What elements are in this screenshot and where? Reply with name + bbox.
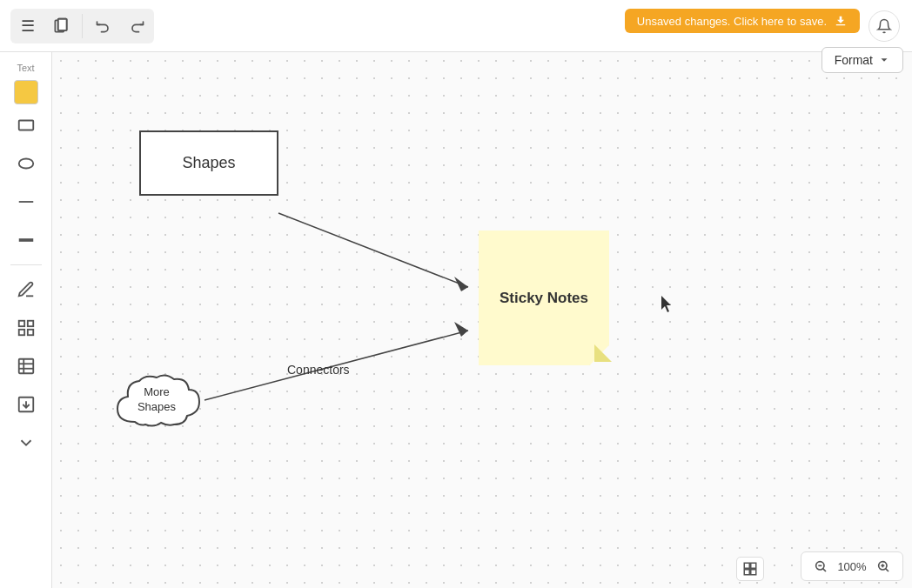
sticky-note-corner: [594, 344, 612, 362]
ellipse-tool[interactable]: [9, 146, 44, 181]
unsaved-changes-banner[interactable]: Unsaved changes. Click here to save.: [625, 9, 860, 33]
import-tool[interactable]: [9, 387, 44, 422]
svg-rect-10: [18, 330, 23, 335]
thick-line-tool[interactable]: [9, 223, 44, 257]
redo-button[interactable]: [121, 10, 152, 42]
rectangle-tool[interactable]: [9, 108, 44, 143]
color-swatch[interactable]: [14, 80, 38, 104]
zoom-in-icon: [876, 559, 890, 573]
zoom-out-icon: [814, 559, 828, 573]
svg-line-28: [822, 568, 826, 571]
bell-icon: [876, 18, 892, 34]
table-tool[interactable]: [9, 349, 44, 384]
zoom-controls: 100%: [801, 551, 903, 581]
more-tools-button[interactable]: [9, 425, 44, 460]
svg-line-18: [278, 213, 468, 287]
svg-point-5: [18, 159, 33, 169]
svg-marker-19: [454, 277, 468, 291]
sidebar-divider-1: [10, 264, 42, 265]
svg-rect-12: [18, 359, 33, 374]
zoom-in-button[interactable]: [873, 556, 894, 577]
pages-button[interactable]: [45, 10, 77, 42]
more-shapes-label: MoreShapes: [137, 385, 176, 415]
svg-marker-21: [454, 322, 468, 337]
toolbar-main-group: ☰: [10, 9, 154, 43]
format-button[interactable]: Format: [821, 47, 903, 73]
svg-rect-23: [744, 563, 749, 568]
sidebar: Text: [0, 52, 52, 588]
shapes-library-tool[interactable]: [9, 311, 44, 345]
save-icon: [834, 14, 848, 28]
svg-rect-25: [744, 570, 749, 575]
toolbar-divider-1: [82, 14, 83, 38]
zoom-out-button[interactable]: [810, 556, 831, 577]
shapes-label: Shapes: [182, 154, 235, 172]
unsaved-text: Unsaved changes. Click here to save.: [637, 15, 827, 28]
svg-rect-26: [751, 570, 756, 575]
map-icon: [742, 561, 758, 577]
undo-button[interactable]: [88, 10, 119, 42]
sticky-note-label: Sticky Notes: [500, 288, 588, 309]
canvas[interactable]: Connectors Shapes Sticky Notes MoreShape…: [52, 52, 912, 588]
svg-rect-9: [27, 321, 32, 326]
svg-rect-1: [58, 18, 67, 30]
zoom-level: 100%: [835, 560, 869, 573]
svg-rect-24: [751, 563, 756, 568]
map-button[interactable]: [736, 557, 764, 581]
more-shapes[interactable]: MoreShapes: [109, 365, 205, 435]
svg-rect-4: [18, 121, 33, 130]
line-tool[interactable]: [9, 184, 44, 219]
svg-text:Connectors: Connectors: [287, 363, 350, 377]
svg-rect-8: [18, 321, 23, 326]
menu-button[interactable]: ☰: [12, 10, 44, 42]
shapes-box[interactable]: Shapes: [139, 130, 278, 196]
text-tool-label: Text: [17, 63, 34, 73]
svg-rect-11: [27, 330, 32, 335]
sticky-note[interactable]: Sticky Notes: [479, 231, 609, 365]
format-label: Format: [835, 53, 873, 67]
svg-line-31: [885, 568, 889, 571]
draw-tool[interactable]: [9, 272, 44, 307]
svg-rect-3: [836, 24, 846, 25]
chevron-down-icon: [878, 54, 890, 66]
bell-button[interactable]: [868, 10, 900, 42]
